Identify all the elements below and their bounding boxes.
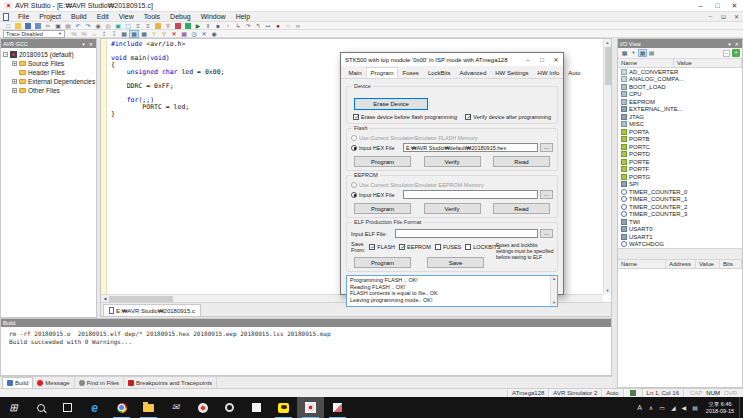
flash-verify-button[interactable]: Verify bbox=[424, 156, 481, 167]
expand-all-button[interactable]: + bbox=[732, 49, 740, 57]
ring-app-icon[interactable] bbox=[216, 397, 243, 418]
menu-tools[interactable]: Tools bbox=[139, 13, 165, 20]
io-item-ad-converter[interactable]: AD_CONVERTER bbox=[618, 68, 742, 76]
toggle-breakpoint-icon[interactable]: ● bbox=[273, 22, 283, 30]
tree-item-header-files[interactable]: Header Files bbox=[3, 68, 96, 77]
kakaotalk-icon[interactable] bbox=[270, 397, 297, 418]
io-item-portd[interactable]: PORTD bbox=[618, 151, 742, 159]
ime-indicator[interactable]: A bbox=[633, 404, 646, 411]
run-icon[interactable]: ▶ bbox=[193, 22, 203, 30]
scrollbar-thumb[interactable] bbox=[109, 296, 173, 302]
panel-menu-icon[interactable]: ▾ bbox=[727, 41, 732, 47]
io-item-portg[interactable]: PORTG bbox=[618, 173, 742, 181]
minimize-button[interactable]: – bbox=[692, 0, 709, 11]
io-item-jtag[interactable]: JTAG bbox=[618, 113, 742, 121]
collapse-icon[interactable]: - bbox=[3, 52, 8, 57]
maximize-button[interactable]: □ bbox=[709, 0, 726, 11]
trace-combo[interactable]: Trace Disabled▼ bbox=[3, 30, 65, 38]
file-explorer-icon[interactable] bbox=[135, 397, 162, 418]
eeprom-hex-file-input[interactable] bbox=[403, 190, 538, 199]
compile-icon[interactable] bbox=[173, 22, 183, 30]
register-column-name[interactable]: Name bbox=[618, 260, 666, 268]
menu-project[interactable]: Project bbox=[34, 13, 66, 20]
step-into-icon[interactable]: ↳ bbox=[233, 22, 243, 30]
pause-icon[interactable]: ‖ bbox=[203, 22, 213, 30]
io-item-external-inte-[interactable]: EXTERNAL_INTE... bbox=[618, 106, 742, 114]
zoom-icon[interactable]: ◉ bbox=[209, 30, 219, 38]
eeprom-use-simulator-radio[interactable]: Use Current Simulator/Emulator EEPROM Me… bbox=[351, 181, 553, 189]
io-item-timer-counter-3[interactable]: TIMER_COUNTER_3 bbox=[618, 211, 742, 219]
trace-save-icon[interactable]: % bbox=[69, 30, 79, 38]
io-item-portf[interactable]: PORTF bbox=[618, 166, 742, 174]
next-bookmark-icon[interactable]: ▢ bbox=[123, 22, 133, 30]
register-column-value[interactable]: Value bbox=[696, 260, 720, 268]
flash-browse-button[interactable]: ... bbox=[540, 143, 553, 152]
dialog-maximize-button[interactable]: □ bbox=[535, 53, 549, 66]
elf-file-input[interactable] bbox=[395, 229, 538, 238]
menu-view[interactable]: View bbox=[114, 13, 139, 20]
panel-splitter[interactable] bbox=[618, 248, 742, 260]
menu-debug[interactable]: Debug bbox=[165, 13, 196, 20]
close-button[interactable]: ✕ bbox=[726, 0, 743, 11]
menu-edit[interactable]: Edit bbox=[92, 13, 114, 20]
step-out-icon[interactable]: ↰ bbox=[253, 22, 263, 30]
mdi-minimize-button[interactable]: – bbox=[704, 13, 717, 20]
code-line[interactable]: PORTC = led; bbox=[111, 104, 225, 111]
remove-breakpoints-icon[interactable]: ◌ bbox=[283, 22, 293, 30]
dialog-tab-lockbits[interactable]: LockBits bbox=[423, 67, 455, 78]
code-line[interactable]: } bbox=[111, 111, 225, 118]
tree-root-project[interactable]: -20180915 (default) bbox=[3, 50, 96, 59]
tree-item-other-files[interactable]: +Other Files bbox=[3, 86, 96, 95]
start-button[interactable]: ⊞ bbox=[0, 397, 27, 418]
save-all-icon[interactable] bbox=[33, 22, 43, 30]
code-line[interactable]: DDRC = 0xFF; bbox=[111, 83, 225, 90]
avr-flag-icon[interactable] bbox=[183, 22, 193, 30]
eeprom-program-button[interactable]: Program bbox=[354, 203, 411, 214]
io-item-timer-counter-0[interactable]: TIMER_COUNTER_0 bbox=[618, 188, 742, 196]
io-item-porte[interactable]: PORTE bbox=[618, 158, 742, 166]
code-text[interactable]: #include <avr/io.h> void main(void){ uns… bbox=[111, 41, 225, 118]
eeprom-read-button[interactable]: Read bbox=[493, 203, 550, 214]
io-item-spi[interactable]: SPI bbox=[618, 181, 742, 189]
tree-item-external-dependencies[interactable]: +External Dependencies bbox=[3, 77, 96, 86]
memory-view-icon[interactable]: ▦ bbox=[119, 30, 129, 38]
register-column-bits[interactable]: Bits bbox=[720, 260, 742, 268]
find-icon[interactable]: ◉ bbox=[93, 22, 103, 30]
io-item-misc[interactable]: MISC bbox=[618, 121, 742, 129]
run-to-cursor-icon[interactable]: ↦ bbox=[263, 22, 273, 30]
chip-icon[interactable]: ▦ bbox=[179, 30, 189, 38]
mail-icon[interactable]: ✉ bbox=[162, 397, 189, 418]
editor-tab[interactable]: E:₩AVR Studio₩20180915.c bbox=[103, 304, 201, 316]
taskbar-clock[interactable]: 오후 6:46 2018-09-15 bbox=[701, 401, 739, 415]
menu-help[interactable]: Help bbox=[231, 13, 255, 20]
show-desktop-button[interactable] bbox=[739, 397, 743, 418]
trace-down-icon[interactable]: ↧ bbox=[109, 30, 119, 38]
network-icon[interactable]: ◢ bbox=[668, 404, 679, 411]
dialog-tab-program[interactable]: Program bbox=[366, 67, 398, 78]
io-item-timer-counter-1[interactable]: TIMER_COUNTER_1 bbox=[618, 196, 742, 204]
flash-use-simulator-radio[interactable]: Use Current Simulator/Emulator FLASH Mem… bbox=[351, 134, 553, 142]
action-center-icon[interactable]: ▤ bbox=[689, 404, 701, 411]
paste-icon[interactable]: ▤ bbox=[63, 22, 73, 30]
trace-clear-icon[interactable]: ⌂ bbox=[89, 30, 99, 38]
output-tab-build[interactable]: Build bbox=[2, 377, 33, 388]
wrench-2-icon[interactable]: Y bbox=[159, 30, 169, 38]
new-file-icon[interactable]: □ bbox=[3, 22, 13, 30]
elf-browse-button[interactable]: ... bbox=[540, 229, 553, 238]
edge-icon[interactable]: e bbox=[81, 397, 108, 418]
stop-trace-icon[interactable]: ✕ bbox=[169, 30, 179, 38]
expand-icon[interactable]: + bbox=[12, 79, 17, 84]
editor-vertical-scrollbar[interactable]: ▲ ▼ bbox=[603, 39, 611, 294]
io-item-analog-compa-[interactable]: ANALOG_COMPA... bbox=[618, 76, 742, 84]
panel-close-icon[interactable]: ✕ bbox=[734, 41, 740, 47]
mdi-restore-button[interactable]: ⊡ bbox=[717, 13, 730, 20]
output-tab-message[interactable]: Message bbox=[33, 377, 74, 388]
dialog-tab-hw-settings[interactable]: HW Settings bbox=[491, 67, 533, 78]
scroll-up-icon[interactable]: ▲ bbox=[606, 39, 610, 46]
scroll-left-icon[interactable]: ◀ bbox=[101, 296, 109, 301]
scrollbar-thumb[interactable] bbox=[605, 47, 611, 85]
io-item-eeprom[interactable]: EEPROM bbox=[618, 98, 742, 106]
flash-hex-file-input[interactable]: E:₩AVR Studio₩default₩20180915.hex bbox=[403, 143, 538, 152]
scroll-up-icon[interactable]: ▲ bbox=[552, 276, 556, 283]
volume-icon[interactable]: ◀ bbox=[679, 404, 690, 411]
